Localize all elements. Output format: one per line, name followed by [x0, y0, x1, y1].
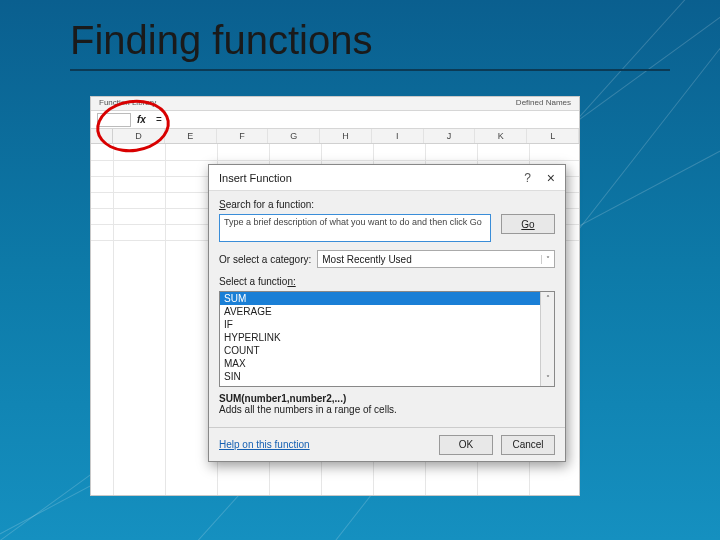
- select-all-corner[interactable]: [91, 129, 113, 143]
- ribbon-group-left: Function Library: [99, 98, 156, 109]
- list-item[interactable]: HYPERLINK: [220, 331, 554, 344]
- col-header[interactable]: L: [527, 129, 579, 143]
- scrollbar[interactable]: ˄ ˅: [540, 292, 554, 386]
- fx-icon[interactable]: fx: [137, 114, 146, 125]
- category-label: Or select a category:: [219, 254, 311, 265]
- ribbon-group-right: Defined Names: [516, 98, 571, 109]
- name-box[interactable]: [97, 113, 131, 127]
- col-header[interactable]: G: [268, 129, 320, 143]
- slide-title-wrap: Finding functions: [70, 18, 670, 71]
- search-input[interactable]: Type a brief description of what you wan…: [219, 214, 491, 242]
- dialog-titlebar: Insert Function ? ×: [209, 165, 565, 191]
- go-button[interactable]: Go: [501, 214, 555, 234]
- cancel-button[interactable]: Cancel: [501, 435, 555, 455]
- ok-button[interactable]: OK: [439, 435, 493, 455]
- column-headers: D E F G H I J K L: [91, 129, 579, 144]
- function-desc-text: Adds all the numbers in a range of cells…: [219, 404, 555, 415]
- list-item[interactable]: SUM: [220, 292, 554, 305]
- col-header[interactable]: H: [320, 129, 372, 143]
- scroll-down-icon[interactable]: ˅: [541, 372, 554, 386]
- function-description: SUM(number1,number2,...) Adds all the nu…: [219, 393, 555, 415]
- chevron-down-icon: ˅: [541, 255, 550, 264]
- search-label: Search for a function:: [219, 199, 555, 210]
- list-item[interactable]: MAX: [220, 357, 554, 370]
- formula-bar: fx =: [91, 111, 579, 129]
- close-icon[interactable]: ×: [543, 170, 559, 186]
- function-signature: SUM(number1,number2,...): [219, 393, 555, 404]
- col-header[interactable]: E: [165, 129, 217, 143]
- list-item[interactable]: AVERAGE: [220, 305, 554, 318]
- list-item[interactable]: COUNT: [220, 344, 554, 357]
- col-header[interactable]: J: [424, 129, 476, 143]
- list-item[interactable]: IF: [220, 318, 554, 331]
- col-header[interactable]: D: [113, 129, 165, 143]
- help-icon[interactable]: ?: [524, 171, 531, 185]
- category-select[interactable]: Most Recently Used ˅: [317, 250, 555, 268]
- slide-title: Finding functions: [70, 18, 670, 63]
- function-listbox[interactable]: SUM AVERAGE IF HYPERLINK COUNT MAX SIN ˄…: [219, 291, 555, 387]
- title-rule: [70, 69, 670, 71]
- col-header[interactable]: F: [217, 129, 269, 143]
- list-item[interactable]: SIN: [220, 370, 554, 383]
- col-header[interactable]: I: [372, 129, 424, 143]
- col-header[interactable]: K: [475, 129, 527, 143]
- help-link[interactable]: Help on this function: [219, 439, 310, 450]
- insert-function-dialog: Insert Function ? × Search for a functio…: [208, 164, 566, 462]
- ribbon-strip: Function Library Defined Names: [91, 97, 579, 111]
- scroll-up-icon[interactable]: ˄: [541, 292, 554, 306]
- dialog-title: Insert Function: [219, 172, 292, 184]
- select-function-label: Select a function:: [219, 276, 555, 287]
- formula-input[interactable]: =: [152, 114, 162, 125]
